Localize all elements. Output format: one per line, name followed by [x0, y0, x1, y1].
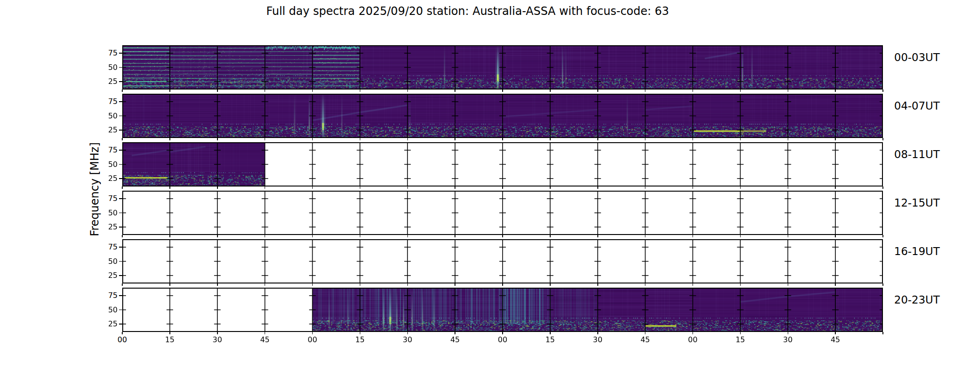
- minute-tick-mark: [788, 90, 789, 92]
- minute-tick-mark: [882, 235, 883, 237]
- freq-tick-mark: [119, 247, 122, 248]
- freq-tick-label: 75: [89, 49, 118, 57]
- minute-tick-mark: [312, 283, 313, 286]
- time-tick-label: 45: [635, 336, 656, 344]
- minute-tick-mark: [740, 138, 741, 140]
- minute-tick-mark: [265, 235, 266, 237]
- freq-tick-label: 50: [89, 257, 118, 266]
- freq-tick-label: 25: [89, 223, 118, 231]
- freq-tick-label: 50: [89, 160, 118, 169]
- minute-tick-mark: [360, 283, 361, 286]
- freq-tick-mark: [119, 150, 122, 151]
- freq-tick-mark: [119, 198, 122, 199]
- minute-tick-mark: [217, 90, 218, 92]
- minute-tick-mark: [882, 138, 883, 140]
- freq-tick-mark: [119, 67, 122, 68]
- spectrogram-row-04-07UT: [122, 94, 883, 138]
- minute-tick-mark: [407, 283, 408, 286]
- minute-tick-mark: [550, 235, 551, 237]
- minute-tick-mark: [502, 332, 503, 334]
- minute-tick-mark: [407, 138, 408, 140]
- minute-tick-mark: [312, 138, 313, 140]
- freq-tick-label: 75: [89, 97, 118, 106]
- minute-tick-mark: [312, 90, 313, 92]
- minute-tick-mark: [882, 283, 883, 286]
- minute-tick-mark: [740, 90, 741, 92]
- minute-tick-mark: [550, 138, 551, 140]
- time-tick-label: 00: [302, 336, 323, 344]
- minute-tick-mark: [265, 90, 266, 92]
- minute-tick-mark: [550, 283, 551, 286]
- minute-tick-mark: [360, 332, 361, 334]
- minute-tick-mark: [597, 90, 598, 92]
- minute-tick-mark: [740, 283, 741, 286]
- minute-tick-mark: [597, 235, 598, 237]
- freq-tick-label: 25: [89, 320, 118, 328]
- row-label-12-15UT: 12-15UT: [894, 197, 940, 209]
- freq-tick-label: 50: [89, 112, 118, 120]
- minute-tick-mark: [265, 186, 266, 189]
- minute-tick-mark: [835, 186, 836, 189]
- minute-tick-mark: [217, 283, 218, 286]
- freq-tick-label: 25: [89, 77, 118, 86]
- freq-tick-label: 25: [89, 126, 118, 134]
- freq-tick-label: 50: [89, 63, 118, 72]
- freq-tick-label: 75: [89, 146, 118, 154]
- minute-tick-mark: [407, 186, 408, 189]
- minute-tick-mark: [169, 138, 170, 140]
- minute-tick-mark: [740, 235, 741, 237]
- time-tick-label: 00: [683, 336, 703, 344]
- minute-tick-mark: [122, 186, 123, 189]
- freq-tick-mark: [119, 101, 122, 102]
- minute-tick-mark: [360, 186, 361, 189]
- row-label-00-03UT: 00-03UT: [894, 51, 940, 63]
- minute-tick-mark: [455, 235, 455, 237]
- minute-tick-mark: [645, 235, 646, 237]
- minute-tick-mark: [550, 332, 551, 334]
- minute-tick-mark: [265, 138, 266, 140]
- minute-tick-mark: [169, 186, 170, 189]
- minute-tick-mark: [169, 235, 170, 237]
- minute-tick-mark: [740, 186, 741, 189]
- y-axis-label: Frequency [MHz]: [88, 119, 101, 259]
- minute-tick-mark: [122, 138, 123, 140]
- minute-tick-mark: [217, 186, 218, 189]
- minute-tick-mark: [597, 332, 598, 334]
- minute-tick-mark: [693, 283, 693, 286]
- time-tick-label: 30: [777, 336, 798, 344]
- freq-tick-label: 50: [89, 209, 118, 217]
- time-tick-label: 45: [255, 336, 275, 344]
- freq-tick-mark: [119, 324, 122, 325]
- freq-tick-label: 25: [89, 174, 118, 183]
- minute-tick-mark: [122, 283, 123, 286]
- minute-tick-mark: [265, 332, 266, 334]
- minute-tick-mark: [645, 283, 646, 286]
- minute-tick-mark: [693, 138, 693, 140]
- minute-tick-mark: [312, 186, 313, 189]
- minute-tick-mark: [550, 90, 551, 92]
- minute-tick-mark: [455, 332, 455, 334]
- minute-tick-mark: [169, 283, 170, 286]
- minute-tick-mark: [360, 235, 361, 237]
- spectrogram-row-16-19UT: [122, 239, 883, 283]
- spectra-figure: Full day spectra 2025/09/20 station: Aus…: [0, 0, 980, 373]
- row-label-08-11UT: 08-11UT: [894, 148, 940, 160]
- minute-tick-mark: [312, 235, 313, 237]
- minute-tick-mark: [597, 138, 598, 140]
- minute-tick-mark: [217, 138, 218, 140]
- minute-tick-mark: [407, 90, 408, 92]
- minute-tick-mark: [455, 138, 455, 140]
- freq-tick-label: 50: [89, 306, 118, 314]
- row-label-20-23UT: 20-23UT: [894, 294, 940, 306]
- minute-tick-mark: [550, 186, 551, 189]
- minute-tick-mark: [169, 90, 170, 92]
- minute-tick-mark: [788, 332, 789, 334]
- minute-tick-mark: [882, 186, 883, 189]
- minute-tick-mark: [645, 138, 646, 140]
- freq-tick-mark: [119, 310, 122, 311]
- minute-tick-mark: [693, 332, 693, 334]
- minute-tick-mark: [360, 138, 361, 140]
- minute-tick-mark: [502, 283, 503, 286]
- minute-tick-mark: [835, 235, 836, 237]
- spectrogram-row-12-15UT: [122, 191, 883, 235]
